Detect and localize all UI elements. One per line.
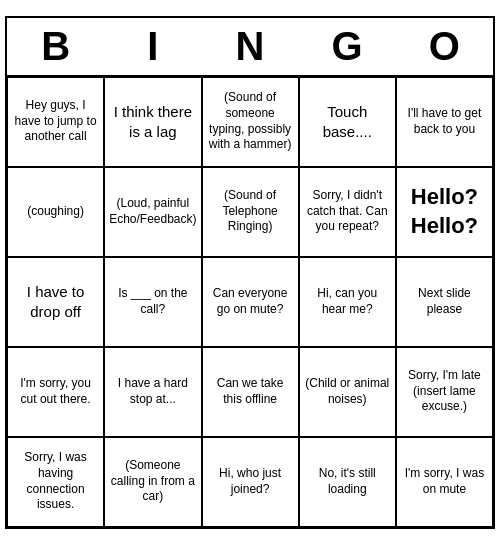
- cell-2[interactable]: (Sound of someone typing, possibly with …: [202, 77, 299, 167]
- cell-4[interactable]: I'll have to get back to you: [396, 77, 493, 167]
- cell-10[interactable]: I have to drop off: [7, 257, 104, 347]
- cell-11[interactable]: Is ___ on the call?: [104, 257, 201, 347]
- cell-15[interactable]: I'm sorry, you cut out there.: [7, 347, 104, 437]
- cell-23[interactable]: No, it's still loading: [299, 437, 396, 527]
- cell-20[interactable]: Sorry, I was having connection issues.: [7, 437, 104, 527]
- cell-0[interactable]: Hey guys, I have to jump to another call: [7, 77, 104, 167]
- cell-7[interactable]: (Sound of Telephone Ringing): [202, 167, 299, 257]
- cell-22[interactable]: Hi, who just joined?: [202, 437, 299, 527]
- cell-18[interactable]: (Child or animal noises): [299, 347, 396, 437]
- cell-3[interactable]: Touch base....: [299, 77, 396, 167]
- cell-12[interactable]: Can everyone go on mute?: [202, 257, 299, 347]
- letter-b: B: [11, 24, 101, 69]
- cell-14[interactable]: Next slide please: [396, 257, 493, 347]
- cell-1[interactable]: I think there is a lag: [104, 77, 201, 167]
- cell-8[interactable]: Sorry, I didn't catch that. Can you repe…: [299, 167, 396, 257]
- letter-i: I: [108, 24, 198, 69]
- cell-16[interactable]: I have a hard stop at...: [104, 347, 201, 437]
- cell-9[interactable]: Hello? Hello?: [396, 167, 493, 257]
- cell-19[interactable]: Sorry, I'm late (insert lame excuse.): [396, 347, 493, 437]
- letter-o: O: [399, 24, 489, 69]
- letter-g: G: [302, 24, 392, 69]
- letter-n: N: [205, 24, 295, 69]
- cell-5[interactable]: (coughing): [7, 167, 104, 257]
- bingo-header: B I N G O: [7, 18, 493, 77]
- cell-13[interactable]: Hi, can you hear me?: [299, 257, 396, 347]
- cell-6[interactable]: (Loud, painful Echo/Feedback): [104, 167, 201, 257]
- cell-24[interactable]: I'm sorry, I was on mute: [396, 437, 493, 527]
- bingo-card: B I N G O Hey guys, I have to jump to an…: [5, 16, 495, 529]
- cell-17[interactable]: Can we take this offline: [202, 347, 299, 437]
- cell-21[interactable]: (Someone calling in from a car): [104, 437, 201, 527]
- bingo-grid: Hey guys, I have to jump to another call…: [7, 77, 493, 527]
